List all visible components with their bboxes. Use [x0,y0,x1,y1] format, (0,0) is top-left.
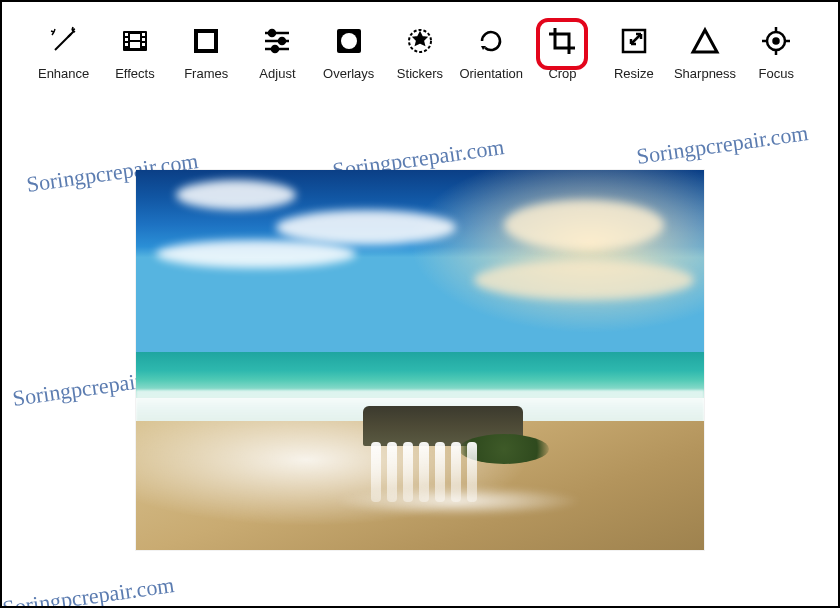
sticker-icon [403,24,437,58]
svg-rect-7 [142,38,145,41]
frame-icon [189,24,223,58]
photo-preview[interactable] [136,170,704,550]
tool-overlays[interactable]: Overlays [313,24,384,81]
tool-label: Crop [548,66,576,81]
svg-point-23 [774,39,779,44]
tool-stickers[interactable]: Stickers [384,24,455,81]
tool-label: Frames [184,66,228,81]
tool-label: Resize [614,66,654,81]
photo-sky [136,170,704,352]
tool-label: Overlays [323,66,374,81]
svg-rect-6 [142,33,145,36]
svg-point-17 [272,46,278,52]
svg-rect-8 [142,43,145,46]
tool-resize[interactable]: Resize [598,24,669,81]
triangle-icon [688,24,722,58]
tool-label: Sharpness [674,66,736,81]
crop-icon [545,24,579,58]
svg-point-15 [279,38,285,44]
tool-focus[interactable]: Focus [741,24,812,81]
tool-orientation[interactable]: Orientation [456,24,527,81]
svg-rect-11 [196,31,216,51]
photo-rock-falls [363,406,523,516]
rotate-icon [474,24,508,58]
tool-enhance[interactable]: Enhance [28,24,99,81]
tool-label: Orientation [459,66,523,81]
tool-label: Focus [759,66,794,81]
tool-label: Effects [115,66,155,81]
target-icon [759,24,793,58]
canvas-area [2,110,838,606]
svg-point-13 [269,30,275,36]
tool-adjust[interactable]: Adjust [242,24,313,81]
svg-point-19 [341,33,357,49]
toolbar: Enhance Effects Frames [2,2,838,89]
filmstrip-icon [118,24,152,58]
tool-label: Adjust [259,66,295,81]
svg-rect-3 [125,33,128,36]
sliders-icon [260,24,294,58]
tool-label: Enhance [38,66,89,81]
svg-rect-10 [130,42,140,48]
vignette-icon [332,24,366,58]
tool-frames[interactable]: Frames [171,24,242,81]
magic-wand-icon [47,24,81,58]
svg-line-1 [68,31,74,37]
svg-rect-5 [125,43,128,46]
resize-icon [617,24,651,58]
tool-crop[interactable]: Crop [527,24,598,81]
app-window: Enhance Effects Frames [0,0,840,608]
tool-effects[interactable]: Effects [99,24,170,81]
svg-rect-4 [125,38,128,41]
tool-sharpness[interactable]: Sharpness [669,24,740,81]
tool-label: Stickers [397,66,443,81]
svg-rect-9 [130,34,140,40]
